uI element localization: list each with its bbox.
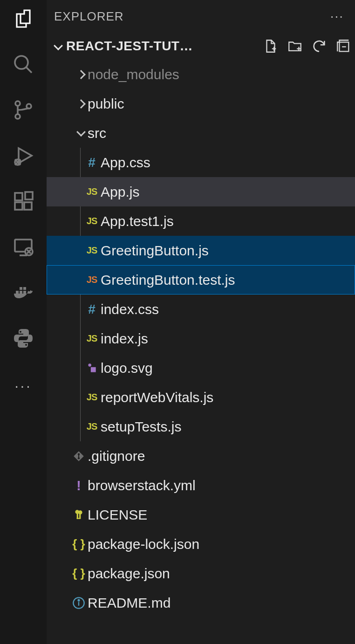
file-label: setupTests.js	[101, 419, 181, 435]
readme-file-icon	[70, 596, 88, 610]
file-label: App.test1.js	[101, 213, 174, 229]
folder-label: node_modules	[88, 67, 179, 82]
run-debug-icon[interactable]	[10, 143, 36, 169]
file-package-json[interactable]: { } package.json	[47, 559, 355, 588]
license-file-icon	[70, 509, 88, 521]
folder-node-modules[interactable]: node_modules	[47, 60, 355, 89]
more-accounts-icon[interactable]: ···	[10, 373, 36, 399]
python-icon[interactable]	[10, 325, 36, 351]
file-tree: node_modules public src # App.css JS App…	[47, 60, 355, 644]
file-index-js[interactable]: JS index.js	[47, 324, 355, 353]
js-file-icon: JS	[83, 186, 101, 197]
svg-rect-13	[20, 291, 22, 294]
svg-rect-6	[15, 193, 22, 200]
svg-rect-7	[15, 202, 22, 210]
file-browserstack-yml[interactable]: ! browserstack.yml	[47, 471, 355, 500]
yml-file-icon: !	[70, 478, 88, 493]
file-readme-md[interactable]: README.md	[47, 588, 355, 617]
file-label: App.css	[101, 155, 150, 171]
file-gitignore[interactable]: .gitignore	[47, 441, 355, 471]
file-package-lock-json[interactable]: { } package-lock.json	[47, 529, 355, 559]
file-label: reportWebVitals.js	[101, 390, 213, 405]
file-index-css[interactable]: # index.css	[47, 295, 355, 324]
file-reportwebvitals-js[interactable]: JS reportWebVitals.js	[47, 383, 355, 412]
chevron-down-icon	[75, 130, 88, 137]
svg-rect-20	[91, 367, 96, 372]
source-control-icon[interactable]	[10, 97, 36, 123]
workspace-name: REACT-JEST-TUT…	[66, 39, 193, 54]
workspace-actions	[262, 37, 352, 55]
explorer-sidebar: EXPLORER ··· REACT-JEST-TUT… node_module…	[47, 0, 355, 644]
svg-rect-15	[20, 287, 22, 290]
file-app-css[interactable]: # App.css	[47, 148, 355, 177]
js-file-icon: JS	[83, 392, 101, 403]
file-license[interactable]: LICENSE	[47, 500, 355, 529]
svg-point-2	[15, 101, 20, 106]
file-label: logo.svg	[101, 360, 153, 376]
svg-line-1	[26, 67, 32, 73]
svg-rect-9	[25, 192, 33, 199]
file-label: package-lock.json	[88, 536, 199, 552]
json-file-icon: { }	[70, 566, 88, 581]
file-app-test1-js[interactable]: JS App.test1.js	[47, 206, 355, 236]
svg-point-0	[15, 56, 28, 69]
file-label: GreetingButton.test.js	[101, 272, 235, 288]
file-greetingbutton-js[interactable]: JS GreetingButton.js	[47, 236, 355, 265]
svg-rect-16	[23, 287, 26, 290]
file-label: LICENSE	[88, 507, 147, 523]
explorer-title: EXPLORER	[54, 9, 124, 24]
js-test-file-icon: JS	[83, 274, 101, 285]
file-greetingbutton-test-js[interactable]: JS GreetingButton.test.js	[47, 265, 355, 295]
svg-point-19	[88, 363, 91, 367]
js-file-icon: JS	[83, 421, 101, 432]
file-label: index.css	[101, 301, 159, 317]
chevron-down-icon	[55, 39, 61, 54]
svg-rect-23	[78, 454, 79, 458]
json-file-icon: { }	[70, 537, 88, 551]
js-file-icon: JS	[83, 333, 101, 344]
chevron-right-icon	[75, 71, 88, 78]
file-label: index.js	[101, 331, 148, 347]
file-app-js[interactable]: JS App.js	[47, 177, 355, 206]
svg-point-3	[15, 114, 20, 119]
explorer-more-icon[interactable]: ···	[330, 9, 344, 24]
docker-icon[interactable]	[10, 280, 36, 306]
new-file-icon[interactable]	[262, 37, 280, 55]
file-label: README.md	[88, 595, 171, 611]
file-label: App.js	[101, 184, 139, 200]
js-file-icon: JS	[83, 245, 101, 256]
file-setuptests-js[interactable]: JS setupTests.js	[47, 412, 355, 441]
svg-point-31	[78, 599, 80, 601]
file-label: browserstack.yml	[88, 478, 196, 493]
explorer-icon[interactable]	[10, 6, 36, 32]
search-icon[interactable]	[10, 51, 36, 77]
js-file-icon: JS	[83, 216, 101, 226]
refresh-icon[interactable]	[310, 37, 328, 55]
svg-rect-28	[77, 518, 80, 519]
svg-rect-12	[16, 291, 19, 294]
css-file-icon: #	[83, 155, 101, 170]
svg-rect-14	[23, 291, 26, 294]
svg-rect-8	[24, 202, 32, 210]
css-file-icon: #	[83, 302, 101, 317]
svg-file-icon	[83, 362, 101, 374]
sidebar-header: EXPLORER ···	[47, 0, 355, 33]
collapse-all-icon[interactable]	[335, 37, 352, 55]
workspace-section-header[interactable]: REACT-JEST-TUT…	[47, 33, 355, 60]
file-label: package.json	[88, 566, 170, 582]
folder-public[interactable]: public	[47, 89, 355, 118]
new-folder-icon[interactable]	[286, 37, 304, 55]
extensions-icon[interactable]	[10, 188, 36, 214]
folder-label: public	[88, 96, 124, 112]
file-label: .gitignore	[88, 448, 145, 464]
activity-bar: ···	[0, 0, 47, 644]
git-file-icon	[70, 450, 88, 462]
file-logo-svg[interactable]: logo.svg	[47, 353, 355, 383]
remote-explorer-icon[interactable]	[10, 234, 36, 260]
chevron-right-icon	[75, 101, 88, 107]
folder-src[interactable]: src	[47, 118, 355, 148]
folder-label: src	[88, 125, 106, 141]
file-label: GreetingButton.js	[101, 243, 209, 259]
